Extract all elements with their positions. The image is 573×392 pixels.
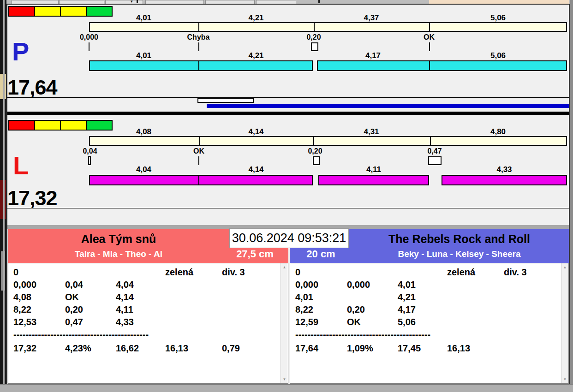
log-cell: 0 bbox=[295, 267, 300, 278]
log-row: 4,01 4,21 bbox=[290, 292, 561, 304]
log-cell: 0,20 bbox=[65, 304, 83, 315]
bar-divider bbox=[314, 22, 315, 32]
log-panel-left[interactable]: 0 zelená div. 3 0,000 0,04 4,04 4,08 OK … bbox=[8, 263, 288, 384]
fault-box bbox=[88, 156, 91, 165]
split-time-label: 4,01 bbox=[89, 13, 198, 23]
log-row: 0,000 0,04 4,04 bbox=[8, 279, 280, 292]
log-cell: 0,20 bbox=[347, 304, 365, 315]
log-cell: 0,000 bbox=[347, 279, 370, 290]
team-height-right: 20 cm bbox=[292, 248, 350, 260]
log-cell: 12,53 bbox=[13, 317, 36, 327]
log-cell: 4,17 bbox=[398, 304, 416, 315]
fault-box bbox=[311, 42, 318, 51]
split-bar-l bbox=[89, 136, 567, 146]
background-window-edge bbox=[0, 0, 6, 392]
log-cell: 0,47 bbox=[65, 317, 83, 327]
log-cell: 4,14 bbox=[116, 292, 134, 303]
log-cell: 0 bbox=[13, 267, 18, 278]
log-cell: 0,000 bbox=[13, 279, 36, 290]
log-cell: 0,000 bbox=[295, 279, 318, 290]
team-members-left: Taira - Mia - Theo - Al bbox=[8, 249, 229, 259]
run-time-label: 4,21 bbox=[198, 51, 314, 60]
run-time-label: 4,14 bbox=[198, 165, 314, 174]
log-panel-right[interactable]: 0 zelená div. 3 0,000 0,000 4,01 4,01 4,… bbox=[290, 263, 569, 384]
log-separator: ----------------------------------------… bbox=[290, 329, 561, 343]
log-row: 0 zelená div. 3 bbox=[290, 267, 561, 279]
scroll-down-icon[interactable]: ▼ bbox=[561, 377, 568, 381]
split-time-label: 4,21 bbox=[198, 13, 314, 23]
team-name-left: Alea Tým snů bbox=[8, 232, 229, 246]
split-time-label: 4,37 bbox=[314, 13, 429, 23]
team-members-right: Beky - Luna - Kelsey - Sheera bbox=[350, 249, 569, 259]
run-bar-p-segment bbox=[317, 60, 567, 71]
log-row-total: 17,64 1,09% 17,45 16,13 bbox=[290, 343, 561, 356]
run-time-label: 4,17 bbox=[317, 51, 429, 60]
progress-tracker-box bbox=[197, 98, 254, 103]
run-time-label: 4,33 bbox=[442, 165, 567, 174]
light-red bbox=[8, 120, 35, 131]
run-bar-p-segment bbox=[89, 60, 313, 71]
log-cell: 17,64 bbox=[295, 343, 318, 354]
bar-divider bbox=[198, 22, 199, 32]
scrollbar-right-panel[interactable]: ▲ ▼ bbox=[561, 263, 568, 383]
log-row: 0 zelená div. 3 bbox=[8, 267, 280, 279]
log-cell: 0,04 bbox=[65, 279, 83, 290]
light-yellow-2 bbox=[60, 6, 87, 17]
team-height-left: 27,5 cm bbox=[221, 248, 288, 260]
log-cell: 16,13 bbox=[165, 343, 188, 354]
log-row-total: 17,32 4,23% 16,62 16,13 0,79 bbox=[8, 343, 280, 356]
log-cell: zelená bbox=[447, 267, 475, 278]
bar-divider bbox=[429, 60, 430, 71]
fault-box bbox=[428, 156, 442, 165]
lane-total-p: 17,64 bbox=[7, 77, 57, 98]
fault-label: 0,000 bbox=[60, 33, 118, 42]
log-row: 4,08 OK 4,14 bbox=[8, 292, 280, 304]
timing-app-screen: ▾ 4,01 4,21 4,37 5,06 0,000 Chyba 0,20 O… bbox=[0, 0, 573, 392]
split-time-label: 4,80 bbox=[429, 127, 567, 137]
log-cell: 4,33 bbox=[116, 317, 134, 327]
scroll-up-icon[interactable]: ▲ bbox=[561, 265, 568, 269]
bar-divider bbox=[429, 22, 430, 32]
run-bar-l-segment bbox=[89, 175, 313, 185]
split-time-label: 4,08 bbox=[89, 127, 198, 137]
light-yellow-2 bbox=[60, 120, 87, 131]
bar-divider bbox=[199, 136, 200, 146]
window-tick bbox=[318, 0, 320, 3]
fault-tick bbox=[429, 42, 430, 51]
run-bar-l-segment bbox=[442, 175, 567, 185]
log-cell: 1,09% bbox=[347, 343, 373, 354]
log-row: 0,000 0,000 4,01 bbox=[290, 279, 561, 292]
fault-tick bbox=[198, 42, 199, 51]
log-row: 8,22 0,20 4,17 bbox=[290, 304, 561, 317]
scroll-up-icon[interactable]: ▲ bbox=[281, 265, 288, 269]
chevron-down-icon: ▾ bbox=[131, 0, 133, 4]
log-cell: 0,79 bbox=[222, 343, 240, 354]
log-row: 8,22 0,20 4,11 bbox=[8, 304, 280, 317]
divider-line bbox=[7, 97, 569, 98]
log-cell: 17,32 bbox=[13, 343, 36, 354]
log-cell: 16,62 bbox=[116, 343, 139, 354]
bar-divider bbox=[198, 60, 199, 71]
log-cell: 4,11 bbox=[116, 304, 133, 315]
fault-box bbox=[313, 156, 320, 165]
log-cell: div. 3 bbox=[222, 267, 245, 278]
log-row: 12,59 OK 5,06 bbox=[290, 317, 561, 329]
light-yellow-1 bbox=[34, 120, 61, 131]
fault-label: 0,47 bbox=[406, 147, 463, 155]
fault-tick bbox=[198, 156, 199, 165]
log-cell: 4,04 bbox=[116, 279, 134, 290]
split-bar-p bbox=[89, 22, 567, 32]
scrollbar-left-panel[interactable]: ▲ ▼ bbox=[281, 263, 288, 383]
window-bottom-strip bbox=[0, 384, 573, 392]
run-bar-l-segment bbox=[318, 175, 429, 185]
log-cell: 4,23% bbox=[65, 343, 91, 354]
scroll-down-icon[interactable]: ▼ bbox=[281, 377, 288, 381]
fault-label: OK bbox=[170, 147, 227, 155]
fault-label: 0,20 bbox=[286, 147, 344, 155]
log-cell: 12,59 bbox=[295, 317, 318, 327]
run-time-label: 4,04 bbox=[89, 165, 198, 174]
log-cell: div. 3 bbox=[504, 267, 527, 278]
split-time-label: 5,06 bbox=[429, 13, 567, 23]
log-cell: OK bbox=[65, 292, 79, 303]
run-time-label: 5,06 bbox=[429, 51, 567, 60]
